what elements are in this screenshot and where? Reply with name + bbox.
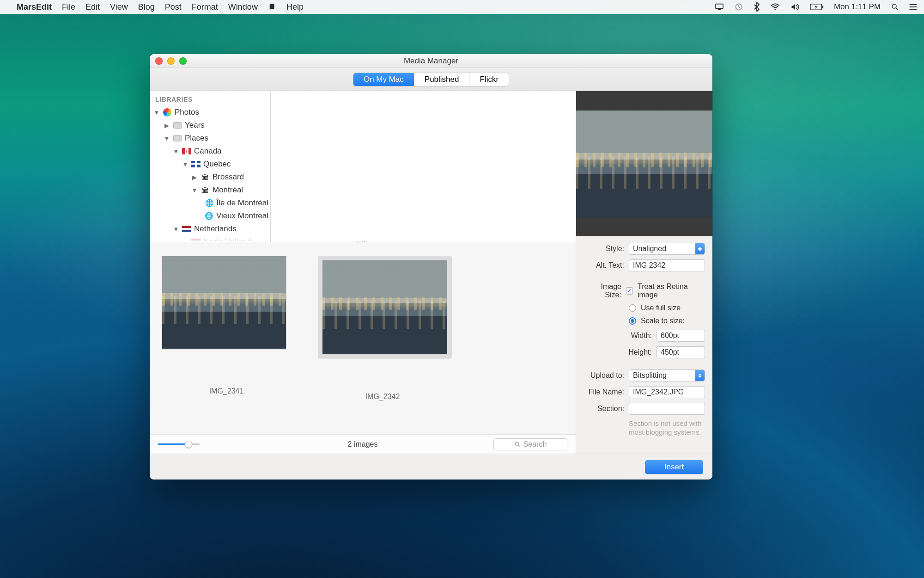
thumbnail-cell[interactable]: IMG_2342 bbox=[318, 256, 447, 401]
retina-checkbox[interactable] bbox=[626, 287, 633, 295]
uploadto-label: Upload to: bbox=[584, 371, 624, 380]
tree-node[interactable]: ▶Years bbox=[152, 119, 268, 132]
section-field[interactable] bbox=[629, 403, 705, 415]
sidebar-overflow-fade bbox=[150, 231, 270, 242]
tree-node[interactable]: ▶🏛Brossard bbox=[152, 171, 268, 184]
alttext-label: Alt. Text: bbox=[584, 261, 624, 270]
section-hint: most blogging systems. bbox=[629, 428, 702, 437]
volume-icon[interactable] bbox=[790, 3, 800, 11]
menu-edit[interactable]: Edit bbox=[85, 2, 100, 12]
tree-node[interactable]: ▼🏛Montréal bbox=[152, 184, 268, 197]
tab-published[interactable]: Published bbox=[414, 73, 470, 86]
thumbnail[interactable] bbox=[318, 256, 452, 358]
menu-blog[interactable]: Blog bbox=[138, 2, 155, 12]
tree-node[interactable]: ▼Quebec bbox=[152, 158, 268, 171]
tree-node[interactable]: ▼Places bbox=[152, 132, 268, 145]
tree-node-label: Montréal bbox=[213, 185, 243, 195]
globe-icon: 🌐 bbox=[205, 198, 214, 208]
menu-file[interactable]: File bbox=[62, 2, 75, 12]
disclosure-triangle-icon[interactable]: ▶ bbox=[191, 174, 198, 181]
thumbnail-image bbox=[322, 260, 447, 354]
tree-node-label: Photos bbox=[175, 108, 199, 117]
thumbnail-caption: IMG_2342 bbox=[318, 393, 447, 401]
tree-node-label: Canada bbox=[194, 147, 222, 156]
battery-icon[interactable] bbox=[810, 3, 824, 11]
script-menu-icon[interactable] bbox=[268, 3, 276, 11]
tree-node-label: Years bbox=[185, 121, 205, 130]
menu-post[interactable]: Post bbox=[165, 2, 182, 12]
svg-rect-4 bbox=[822, 6, 823, 8]
tree-node-label: Île de Montréal bbox=[217, 198, 268, 208]
thumbnail[interactable] bbox=[162, 256, 286, 349]
window-zoom-button[interactable] bbox=[179, 57, 187, 65]
tab-on-my-mac[interactable]: On My Mac bbox=[353, 73, 414, 86]
window-close-button[interactable] bbox=[155, 57, 163, 65]
disclosure-triangle-icon[interactable]: ▼ bbox=[182, 161, 188, 168]
folder-icon bbox=[173, 134, 182, 143]
bluetooth-icon[interactable] bbox=[754, 2, 760, 12]
svg-point-2 bbox=[774, 9, 776, 10]
wifi-icon[interactable] bbox=[770, 3, 780, 11]
search-placeholder: Search bbox=[523, 440, 547, 449]
window-titlebar[interactable]: Media Manager bbox=[150, 54, 712, 68]
disclosure-triangle-icon[interactable]: ▼ bbox=[173, 148, 179, 155]
menu-help[interactable]: Help bbox=[286, 2, 304, 12]
menu-view[interactable]: View bbox=[110, 2, 128, 12]
menubar-clock[interactable]: Mon 1:11 PM bbox=[834, 2, 881, 12]
chevron-updown-icon bbox=[695, 370, 705, 381]
source-toolbar: On My Mac Published Flickr bbox=[150, 68, 712, 91]
disclosure-triangle-icon[interactable]: ▼ bbox=[191, 187, 198, 194]
preview-area bbox=[576, 91, 712, 236]
section-hint: Section is not used with bbox=[629, 419, 702, 428]
menu-format[interactable]: Format bbox=[192, 2, 218, 12]
thumbnail-zoom-slider[interactable] bbox=[158, 443, 200, 445]
tree-node[interactable]: ▼Photos bbox=[152, 106, 268, 119]
disclosure-triangle-icon[interactable]: ▼ bbox=[164, 135, 170, 142]
scale-to-size-radio[interactable] bbox=[629, 317, 636, 325]
insert-button[interactable]: Insert bbox=[645, 460, 703, 474]
landmark-icon: 🏛 bbox=[201, 172, 210, 182]
width-field[interactable]: 600pt bbox=[657, 330, 705, 342]
disclosure-triangle-icon[interactable]: ▼ bbox=[153, 109, 160, 116]
libraries-sidebar[interactable]: LIBRARIES ▼Photos▶Years▼Places▼Canada▼Qu… bbox=[150, 91, 271, 242]
svg-point-6 bbox=[910, 4, 911, 5]
thumbnail-grid-pane: IMG_2341IMG_2342 2 images Search bbox=[150, 242, 576, 454]
tree-node[interactable]: 🌐Île de Montréal bbox=[152, 197, 268, 209]
menu-window[interactable]: Window bbox=[228, 2, 258, 12]
window-title: Media Manager bbox=[404, 56, 458, 66]
app-menu[interactable]: MarsEdit bbox=[17, 2, 52, 12]
svg-point-7 bbox=[910, 6, 911, 8]
tree-node[interactable]: 🌐Vieux Montreal bbox=[152, 209, 268, 222]
height-field[interactable]: 450pt bbox=[657, 346, 705, 358]
scale-to-size-label: Scale to size: bbox=[641, 317, 685, 325]
airplay-icon[interactable] bbox=[715, 3, 724, 11]
use-full-size-radio[interactable] bbox=[629, 304, 636, 312]
filename-field[interactable]: IMG_2342.JPG bbox=[629, 386, 705, 398]
alttext-field[interactable]: IMG 2342 bbox=[629, 259, 705, 271]
filename-label: File Name: bbox=[584, 388, 624, 396]
tab-flickr[interactable]: Flickr bbox=[469, 73, 509, 86]
menubar: MarsEdit File Edit View Blog Post Format… bbox=[0, 0, 924, 14]
globe-icon: 🌐 bbox=[205, 211, 213, 221]
timemachine-icon[interactable] bbox=[734, 2, 743, 12]
uploadto-select[interactable]: Bitsplitting bbox=[629, 369, 705, 381]
chevron-updown-icon bbox=[695, 243, 705, 254]
style-select[interactable]: Unaligned bbox=[629, 243, 705, 255]
svg-point-9 bbox=[515, 442, 518, 445]
notification-center-icon[interactable] bbox=[909, 3, 918, 11]
flag-qc-icon bbox=[191, 160, 201, 169]
search-field[interactable]: Search bbox=[493, 438, 567, 450]
window-minimize-button[interactable] bbox=[167, 57, 175, 65]
preview-image bbox=[576, 111, 712, 217]
media-manager-window: Media Manager On My Mac Published Flickr… bbox=[150, 54, 712, 480]
svg-point-8 bbox=[910, 9, 911, 10]
style-label: Style: bbox=[584, 245, 624, 253]
disclosure-triangle-icon[interactable]: ▶ bbox=[164, 122, 170, 129]
tree-node[interactable]: ▼Canada bbox=[152, 145, 268, 158]
spotlight-icon[interactable] bbox=[891, 3, 899, 11]
tree-node-label: Quebec bbox=[203, 160, 231, 169]
split-handle[interactable] bbox=[357, 241, 368, 244]
thumbnail-cell[interactable]: IMG_2341 bbox=[162, 256, 291, 395]
window-footer: Insert bbox=[150, 454, 712, 480]
source-segmented-control[interactable]: On My Mac Published Flickr bbox=[353, 73, 509, 86]
